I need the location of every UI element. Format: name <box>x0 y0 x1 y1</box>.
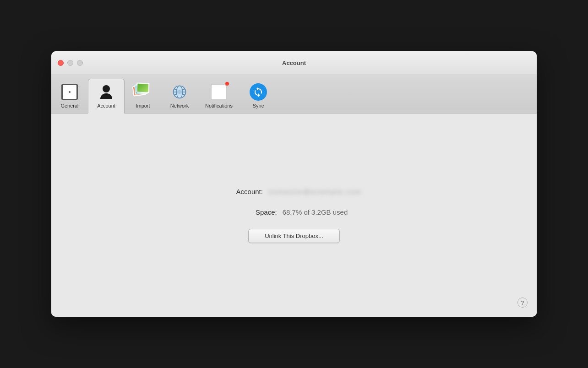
tab-account[interactable]: Account <box>88 79 125 114</box>
titlebar: Account <box>51 51 537 75</box>
account-row: Account: someone@example.com <box>226 188 362 195</box>
toolbar: General Account Import <box>51 75 537 114</box>
sync-circle <box>250 83 267 101</box>
space-value: 68.7% of 3.2GB used <box>283 208 348 216</box>
person-body <box>100 93 112 99</box>
sync-arrows-svg <box>253 87 264 97</box>
tab-import[interactable]: Import <box>125 79 161 113</box>
notifications-icon <box>210 83 228 101</box>
notification-badge <box>224 81 230 87</box>
sync-icon <box>249 83 267 101</box>
person-head <box>103 85 110 92</box>
minimize-button[interactable] <box>67 60 73 66</box>
tab-notifications-label: Notifications <box>205 103 233 108</box>
notif-box <box>211 84 227 100</box>
general-icon <box>60 83 79 101</box>
account-field-label: Account: <box>226 188 263 195</box>
tab-general[interactable]: General <box>51 79 88 113</box>
content-area: Account: someone@example.com Space: 68.7… <box>51 114 537 317</box>
tab-network[interactable]: Network <box>161 79 198 113</box>
tab-general-label: General <box>60 103 78 108</box>
help-button[interactable]: ? <box>517 298 528 308</box>
general-device-icon <box>61 84 78 100</box>
network-icon <box>170 83 189 101</box>
maximize-button[interactable] <box>77 60 83 66</box>
account-email-value: someone@example.com <box>268 188 362 195</box>
main-window: Account General Account <box>51 51 537 317</box>
person-icon <box>98 84 114 100</box>
tab-sync-label: Sync <box>253 103 264 108</box>
account-icon <box>97 83 115 101</box>
window-controls <box>58 60 83 66</box>
space-row: Space: 68.7% of 3.2GB used <box>240 208 348 216</box>
window-title: Account <box>282 60 306 66</box>
tab-account-label: Account <box>97 103 115 108</box>
tab-network-label: Network <box>170 103 189 108</box>
tab-sync[interactable]: Sync <box>240 79 277 113</box>
tab-import-label: Import <box>136 103 150 108</box>
globe-svg <box>172 85 187 99</box>
tab-notifications[interactable]: Notifications <box>198 79 240 113</box>
close-button[interactable] <box>58 60 64 66</box>
photo-card-3 <box>136 83 150 93</box>
unlink-button[interactable]: Unlink This Dropbox... <box>248 229 340 243</box>
import-icon <box>133 83 153 101</box>
space-field-label: Space: <box>240 208 277 216</box>
info-grid: Account: someone@example.com Space: 68.7… <box>226 188 362 243</box>
